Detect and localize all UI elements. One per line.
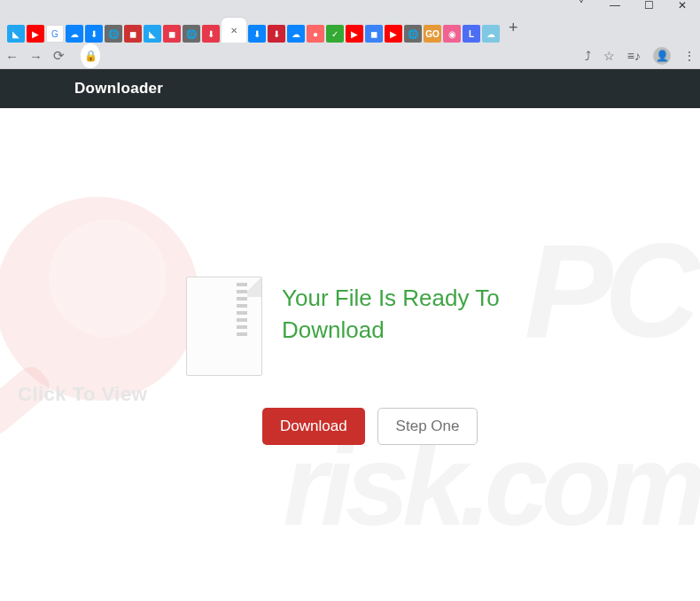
window-chevron-icon[interactable]: ˅ — [565, 0, 597, 11]
browser-tab[interactable]: 🌐 — [404, 25, 422, 43]
headline-text: Your File Is Ready To Download — [282, 282, 565, 347]
menu-dots-icon[interactable]: ⋮ — [683, 49, 695, 63]
browser-tab-active[interactable]: ✕ — [222, 18, 246, 43]
page-viewport: Downloader Click To View PC risk.com You… — [0, 69, 700, 601]
browser-tab[interactable]: GO — [424, 25, 441, 43]
browser-tab[interactable]: ⬇ — [85, 25, 103, 43]
profile-avatar[interactable]: 👤 — [653, 47, 671, 65]
window-maximize-button[interactable]: ☐ — [633, 0, 665, 11]
browser-tab[interactable]: ◼ — [365, 25, 383, 43]
download-button[interactable]: Download — [262, 408, 365, 445]
address-bar-lock[interactable]: 🔒 — [81, 43, 100, 68]
browser-tab[interactable]: 🌐 — [183, 25, 200, 43]
browser-tab[interactable]: ☁ — [66, 25, 83, 43]
reload-button[interactable]: ⟳ — [53, 48, 65, 64]
watermark-text: Click To View — [18, 383, 147, 406]
toolbar: ← → ⟳ 🔒 ⤴ ☆ ≡♪ 👤 ⋮ — [0, 43, 700, 69]
step-one-button[interactable]: Step One — [377, 408, 478, 445]
browser-tab[interactable]: ⬇ — [268, 25, 285, 43]
browser-tab[interactable]: ▶ — [27, 25, 44, 43]
new-tab-button[interactable]: + — [509, 19, 518, 37]
site-header: Downloader — [0, 69, 700, 108]
browser-chrome: ˅ — ☐ ✕ ◣ ▶ G ☁ ⬇ 🌐 ◼ ◣ ◼ 🌐 ⬇ ✕ ⬇ ⬇ ☁ ● … — [0, 0, 700, 69]
browser-tab[interactable]: ● — [307, 25, 324, 43]
browser-tab[interactable]: 🌐 — [105, 25, 122, 43]
page-content: Click To View PC risk.com Your File Is R… — [0, 108, 700, 601]
browser-tab[interactable]: ✓ — [326, 25, 344, 43]
window-minimize-button[interactable]: — — [599, 0, 631, 11]
browser-tab[interactable]: ▶ — [385, 25, 402, 43]
browser-tab[interactable]: ◼ — [124, 25, 142, 43]
site-title: Downloader — [74, 80, 163, 98]
zip-teeth-icon — [237, 283, 247, 336]
browser-tab[interactable]: ⬇ — [202, 25, 220, 43]
browser-tab[interactable]: ☁ — [482, 25, 500, 43]
toolbar-right: ⤴ ☆ ≡♪ 👤 ⋮ — [585, 47, 695, 65]
browser-tab[interactable]: ◉ — [443, 25, 461, 43]
browser-tab[interactable]: ▶ — [346, 25, 363, 43]
browser-tab[interactable]: ⬇ — [248, 25, 266, 43]
window-close-button[interactable]: ✕ — [666, 0, 698, 11]
reading-list-icon[interactable]: ≡♪ — [627, 49, 641, 63]
browser-tab[interactable]: ◣ — [7, 25, 25, 43]
browser-tab[interactable]: ◼ — [163, 25, 181, 43]
button-row: Download Step One — [262, 408, 478, 445]
browser-tab[interactable]: G — [46, 25, 64, 43]
tab-strip: ◣ ▶ G ☁ ⬇ 🌐 ◼ ◣ ◼ 🌐 ⬇ ✕ ⬇ ⬇ ☁ ● ✓ ▶ ◼ ▶ … — [0, 12, 700, 43]
window-controls: ˅ — ☐ ✕ — [0, 0, 700, 12]
bookmark-star-icon[interactable]: ☆ — [603, 49, 615, 63]
share-icon[interactable]: ⤴ — [585, 49, 591, 63]
back-button[interactable]: ← — [5, 49, 19, 64]
browser-tab[interactable]: ◣ — [144, 25, 161, 43]
file-zip-icon — [186, 277, 262, 376]
forward-button[interactable]: → — [29, 49, 43, 64]
browser-tab[interactable]: ☁ — [287, 25, 305, 43]
browser-tab[interactable]: L — [463, 25, 480, 43]
lock-icon: 🔒 — [84, 50, 97, 62]
